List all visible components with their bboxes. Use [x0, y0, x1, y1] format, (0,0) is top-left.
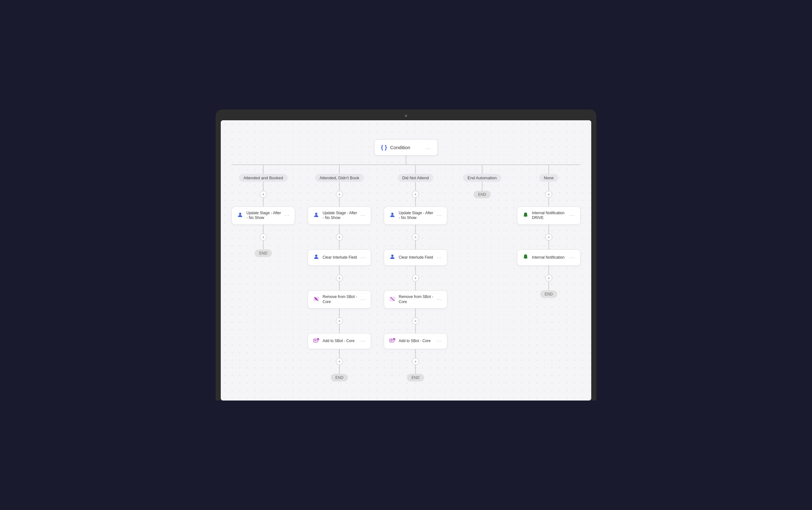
b2-add-5[interactable]: +	[336, 358, 343, 365]
svg-point-12	[391, 213, 394, 215]
b2-add-2[interactable]: +	[336, 233, 343, 240]
b2-user-icon	[313, 212, 320, 220]
branch-label-did-not-attend: Did Not Attend	[398, 174, 433, 182]
condition-node[interactable]: { } Condition ...	[374, 139, 438, 155]
b2-add-sbot-menu[interactable]: ···	[361, 338, 366, 344]
b2-update-stage-label: Update Stage - After - No Show	[323, 211, 358, 221]
b3-update-stage-node[interactable]: Update Stage - After - No Show ···	[384, 207, 447, 225]
b3-add-5[interactable]: +	[412, 358, 419, 365]
condition-menu[interactable]: ...	[426, 144, 431, 150]
branches-row: Attended and Booked + Update Stage - Aft…	[232, 165, 580, 381]
b5-v3	[548, 198, 549, 207]
b2-v2	[339, 182, 340, 191]
b3-add-2[interactable]: +	[412, 233, 419, 240]
b3-v8	[415, 309, 416, 317]
b2-update-stage-node[interactable]: Update Stage - After - No Show ···	[308, 207, 371, 225]
canvas: { } Condition ... Attended and Book	[221, 120, 591, 400]
b3-v1	[415, 165, 416, 174]
branch-label-attended-booked: Attended and Booked	[239, 174, 288, 182]
branch-attended-didnt-book: Attended, Didn't Book + Update Stage - A…	[308, 165, 371, 381]
b2-v8	[339, 309, 340, 317]
b2-add-1[interactable]: +	[336, 191, 343, 198]
branch-label-attended-didnt-book: Attended, Didn't Book	[315, 174, 363, 182]
b2-clear-interlude-node[interactable]: Clear Interlude Field ···	[308, 250, 371, 266]
b3-update-stage-menu[interactable]: ···	[437, 213, 442, 218]
b3-clear-interlude-node[interactable]: Clear Interlude Field ···	[384, 250, 447, 266]
b1-end-badge: END	[255, 250, 272, 257]
b5-add-1[interactable]: +	[545, 191, 552, 198]
b3-remove-sbot-menu[interactable]: ···	[437, 297, 442, 303]
b1-add-2[interactable]: +	[260, 233, 267, 240]
b5-end-badge: END	[540, 290, 557, 298]
b3-add-3[interactable]: +	[412, 275, 419, 282]
b1-update-stage-menu[interactable]: ···	[284, 213, 290, 218]
b2-v1	[339, 165, 340, 174]
b5-bell-icon	[522, 254, 529, 261]
b1-v4	[263, 225, 264, 233]
branch-attended-booked: Attended and Booked + Update Stage - Aft…	[232, 165, 295, 257]
b3-end-badge: END	[407, 374, 424, 381]
b3-add-1[interactable]: +	[412, 191, 419, 198]
b2-add-sbot-label: Add to SBot - Core	[323, 339, 355, 344]
b2-clear-interlude-label: Clear Interlude Field	[323, 255, 357, 260]
b2-v4	[339, 225, 340, 233]
b3-v9	[415, 324, 416, 333]
b2-clear-interlude-menu[interactable]: ···	[361, 255, 366, 260]
b2-v5	[339, 240, 340, 250]
branch-end-automation: End Automation END	[460, 165, 504, 198]
flow-area: { } Condition ... Attended and Book	[227, 130, 585, 391]
b3-v10	[415, 349, 416, 358]
b3-add-sbot-node[interactable]: Add to SBot - Core ···	[384, 333, 447, 349]
b5-notif-node[interactable]: Internal Notification ···	[517, 250, 580, 266]
b1-update-stage-node[interactable]: Update Stage - After - No Show ···	[232, 207, 295, 225]
b5-add-3[interactable]: +	[545, 275, 552, 282]
b2-add-icon	[313, 337, 320, 345]
camera-dot	[405, 115, 407, 117]
b3-v4	[415, 225, 416, 233]
b1-v3	[263, 198, 264, 207]
b1-v1	[263, 165, 264, 174]
b1-v5	[263, 240, 264, 250]
top-h-line	[232, 164, 580, 165]
b5-v4	[548, 225, 549, 233]
b1-add-1[interactable]: +	[260, 191, 267, 198]
b5-v6	[548, 266, 549, 275]
b4-v1	[482, 165, 482, 174]
svg-point-3	[315, 255, 318, 257]
branch-label-none: None	[539, 174, 558, 182]
b2-add-sbot-node[interactable]: Add to SBot - Core ···	[308, 333, 371, 349]
b5-add-2[interactable]: +	[545, 233, 552, 240]
branch-did-not-attend: Did Not Attend + Update Stage - After - …	[384, 165, 447, 381]
b2-remove-icon	[313, 296, 320, 303]
b3-remove-sbot-node[interactable]: Remove from SBot - Core ···	[384, 290, 447, 309]
b5-v1	[548, 165, 549, 174]
b3-add-sbot-menu[interactable]: ···	[437, 338, 442, 344]
laptop-screen: { } Condition ... Attended and Book	[221, 120, 591, 400]
laptop-frame: { } Condition ... Attended and Book	[216, 110, 596, 400]
curly-braces-icon: { }	[381, 144, 387, 151]
b3-add-4[interactable]: +	[412, 317, 419, 324]
b2-v3	[339, 198, 340, 207]
b5-v2	[548, 182, 549, 191]
b2-v6	[339, 266, 340, 275]
condition-label: Condition	[390, 145, 410, 150]
b2-remove-sbot-menu[interactable]: ···	[361, 297, 366, 303]
b5-notif-menu[interactable]: ···	[570, 255, 575, 260]
b3-v11	[415, 365, 416, 374]
b3-v3	[415, 198, 416, 207]
b5-notif-drive-node[interactable]: Internal Notification DRIVE ···	[517, 207, 580, 225]
b3-v7	[415, 282, 416, 290]
b2-update-stage-menu[interactable]: ···	[361, 213, 366, 218]
b5-notif-drive-menu[interactable]: ···	[570, 213, 575, 218]
b3-add-icon	[389, 337, 395, 345]
svg-point-2	[315, 213, 318, 215]
b3-clear-icon	[389, 254, 395, 261]
b2-remove-sbot-node[interactable]: Remove from SBot - Core ···	[308, 290, 371, 309]
b1-update-stage-label: Update Stage - After - No Show	[246, 211, 281, 221]
b2-add-4[interactable]: +	[336, 317, 343, 324]
branch-label-end-automation: End Automation	[463, 174, 501, 182]
b3-remove-sbot-label: Remove from SBot - Core	[399, 294, 433, 304]
b3-clear-interlude-menu[interactable]: ···	[437, 255, 442, 260]
b2-add-3[interactable]: +	[336, 275, 343, 282]
b1-v2	[263, 182, 264, 191]
